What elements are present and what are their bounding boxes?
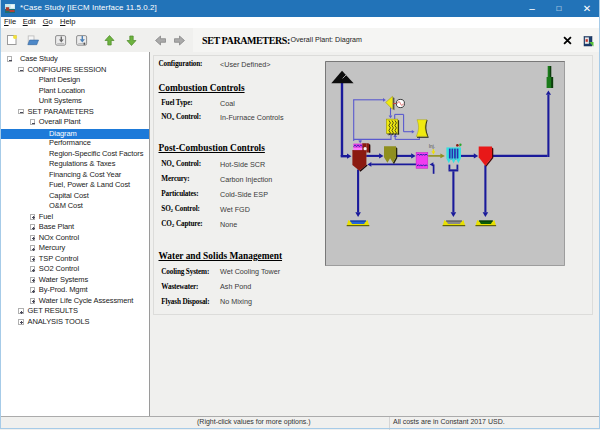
svg-text:Inj.: Inj. (429, 144, 435, 149)
